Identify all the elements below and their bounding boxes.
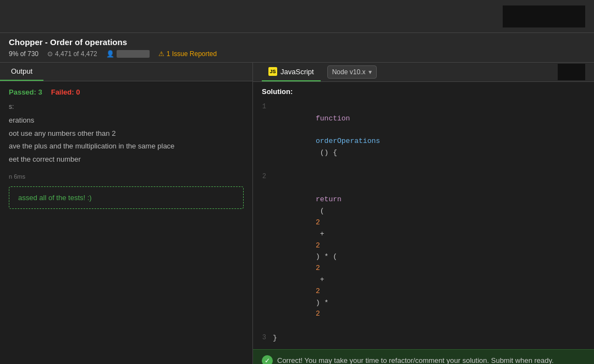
output-area: Passed: 3 Failed: 0 s: erations oot use … [0,81,252,364]
warning-icon: ⚠ [158,50,164,58]
header: Chopper - Order of operations 9% of 730 … [0,33,594,63]
user-info: 👤 [106,50,150,58]
lang-bar: JS JavaScript Node v10.x ▾ [253,63,594,82]
line-num-2: 2 [253,172,273,182]
line-content-1: function orderOperations () { [273,102,380,170]
test-status: Passed: 3 Failed: 0 [9,88,244,96]
instructions-label: s: [9,103,244,111]
code-line-1: 1 function orderOperations () { [253,101,594,171]
node-version-label: Node v10.x [332,68,366,76]
tab-bar: Output [0,63,252,81]
node-version-select[interactable]: Node v10.x ▾ [327,65,377,79]
instruction-3: ave the plus and the multiplication in t… [9,141,244,152]
top-bar [0,0,594,33]
time-info: n 6ms [9,173,244,180]
instructions: s: erations oot use any numbers other th… [9,103,244,164]
chevron-down-icon: ▾ [369,68,372,76]
success-box: assed all of the tests! :) [9,186,244,209]
success-message: assed all of the tests! :) [18,194,92,202]
progress-text: 9% of 730 [9,50,38,58]
line-num-1: 1 [253,102,273,112]
line-num-3: 3 [253,333,273,343]
issue-report: ⚠ 1 Issue Reported [158,50,217,58]
line-content-2: return ( 2 + 2 ) * ( 2 + 2 ) * 2 [273,172,342,332]
left-panel: Output Passed: 3 Failed: 0 s: erations o… [0,63,253,364]
js-icon: JS [268,67,277,76]
tab-output[interactable]: Output [0,63,43,81]
instruction-2: oot use any numbers other than 2 [9,128,244,139]
correct-banner: ✓ Correct! You may take your time to ref… [253,349,594,364]
correct-icon: ✓ [262,355,273,364]
lang-bar-right-placeholder [558,64,585,80]
page-title: Chopper - Order of operations [9,37,585,47]
user-avatar [117,50,150,58]
correct-text: Correct! You may take your time to refac… [277,356,554,364]
lang-tab-js[interactable]: JS JavaScript [262,63,321,81]
code-editor: 1 function orderOperations () { 2 return… [253,101,594,349]
code-line-2: 2 return ( 2 + 2 ) * ( 2 + 2 ) * 2 [253,171,594,332]
solutions-count: ⊙ 4,471 of 4,472 [47,50,97,58]
main-layout: Output Passed: 3 Failed: 0 s: erations o… [0,63,594,364]
lang-label: JavaScript [280,68,314,76]
top-bar-right [503,5,585,27]
instruction-4: eet the correct number [9,154,244,165]
solution-label: Solution: [253,82,594,101]
passed-count: Passed: 3 [9,88,42,96]
failed-count: Failed: 0 [51,88,80,96]
user-icon: 👤 [106,50,114,58]
code-line-3: 3 } [253,332,594,345]
header-meta: 9% of 730 ⊙ 4,471 of 4,472 👤 ⚠ 1 Issue R… [9,50,585,58]
solutions-icon: ⊙ [47,50,53,58]
line-content-3: } [273,333,277,344]
right-panel: JS JavaScript Node v10.x ▾ Solution: 1 f… [253,63,594,364]
instruction-1: erations [9,115,244,126]
